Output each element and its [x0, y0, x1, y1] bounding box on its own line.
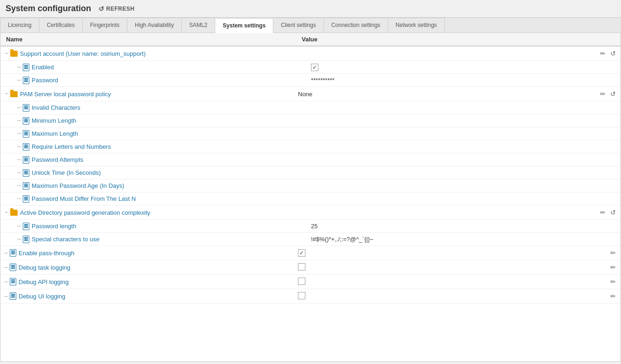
connector-debug-task — [4, 267, 8, 268]
tab-network-settings[interactable]: Network settings — [388, 18, 445, 33]
connector-require-letters — [17, 146, 21, 147]
tab-fingerprints[interactable]: Fingerprints — [83, 18, 127, 33]
folder-icon-pam — [10, 91, 18, 97]
item-require-letters-label[interactable]: Require Letters and Numbers — [32, 143, 111, 150]
doc-icon-password-differ — [23, 195, 29, 203]
row-enable-passthrough-value — [298, 249, 609, 257]
row-special-chars: Special characters to use !#$%()*+,./;:=… — [0, 233, 621, 246]
row-invalid-chars-name: Invalid Characters — [17, 104, 311, 112]
group-support-account-actions: ✏ ↺ — [599, 49, 617, 58]
tab-high-availability[interactable]: High Availability — [127, 18, 182, 33]
connector-debug-api — [4, 282, 8, 282]
row-debug-api-name: Debug API logging — [4, 278, 298, 285]
tabs-bar: Licencing Certificates Fingerprints High… — [0, 18, 621, 33]
row-debug-task-logging: Debug task logging ✏ — [0, 260, 621, 275]
row-debug-api-logging: Debug API logging ✏ — [0, 275, 621, 289]
tab-certificates[interactable]: Certificates — [40, 18, 83, 33]
item-debug-task-label[interactable]: Debug task logging — [19, 264, 70, 271]
edit-debug-api-icon[interactable]: ✏ — [609, 277, 617, 286]
refresh-button[interactable]: ↺ REFRESH — [99, 5, 134, 13]
row-password-attempts: Password Attempts — [0, 153, 621, 166]
edit-debug-ui-icon[interactable]: ✏ — [609, 291, 617, 301]
group-ad-label[interactable]: Active Directory password generation com… — [20, 209, 150, 216]
group-pam-name: − PAM Server local password policy — [4, 91, 298, 98]
doc-icon-special-chars — [23, 236, 29, 243]
row-debug-task-name: Debug task logging — [4, 264, 298, 271]
item-max-password-age-label[interactable]: Maximum Password Age (In Days) — [32, 182, 124, 189]
item-enabled-label[interactable]: Enabled — [32, 64, 54, 71]
doc-icon-unlock-time — [23, 169, 29, 177]
item-debug-api-label[interactable]: Debug API logging — [19, 278, 69, 285]
refresh-ad-icon[interactable]: ↺ — [609, 208, 617, 217]
item-password-length-label[interactable]: Password length — [32, 223, 76, 230]
row-max-length: Maximum Length — [0, 127, 621, 140]
doc-icon-require-letters — [23, 143, 29, 151]
edit-ad-icon[interactable]: ✏ — [599, 208, 607, 217]
item-unlock-time-label[interactable]: Unlock Time (In Seconds) — [32, 169, 101, 176]
connector-password-differ — [17, 199, 21, 199]
row-max-length-name: Maximum Length — [17, 130, 311, 138]
connector-invalid-chars — [17, 107, 21, 108]
row-debug-ui-logging: Debug UI logging ✏ — [0, 289, 621, 304]
connector-special-chars — [17, 239, 21, 239]
doc-icon-max-length — [23, 130, 29, 138]
doc-icon-enabled — [23, 64, 29, 71]
row-password-name: Password — [17, 77, 311, 84]
doc-icon-max-password-age — [23, 182, 29, 190]
group-ad-complexity: − Active Directory password generation c… — [0, 205, 621, 220]
row-special-chars-value: !#$%()*+,./;:=?@^_`{|}~ — [311, 236, 617, 243]
col-value-header: Value — [302, 36, 617, 43]
doc-icon-debug-task — [10, 264, 16, 271]
edit-support-account-icon[interactable]: ✏ — [599, 49, 607, 58]
edit-debug-task-icon[interactable]: ✏ — [609, 263, 617, 272]
item-debug-ui-label[interactable]: Debug UI logging — [19, 293, 65, 300]
item-password-differ-label[interactable]: Password Must Differ From The Last N — [32, 195, 136, 202]
row-min-length: Minimum Length — [0, 114, 621, 127]
row-password-value: ********** — [311, 77, 617, 84]
checkbox-debug-ui[interactable] — [298, 292, 305, 299]
item-password-label[interactable]: Password — [32, 77, 58, 84]
tab-client-settings[interactable]: Client settings — [273, 18, 324, 33]
doc-icon-debug-api — [10, 278, 16, 285]
doc-icon-invalid-chars — [23, 104, 29, 112]
edit-pam-icon[interactable]: ✏ — [599, 89, 607, 99]
row-special-chars-name: Special characters to use — [17, 236, 311, 243]
group-support-account-label[interactable]: Support account (User name: osirium_supp… — [20, 50, 145, 57]
row-enabled-name: Enabled — [17, 64, 311, 71]
item-max-length-label[interactable]: Maximum Length — [32, 130, 78, 137]
refresh-pam-icon[interactable]: ↺ — [609, 89, 617, 99]
connector-password-length — [17, 226, 21, 226]
expand-ad-icon[interactable]: − — [4, 210, 9, 215]
tab-connection-settings[interactable]: Connection settings — [324, 18, 388, 33]
item-special-chars-label[interactable]: Special characters to use — [32, 236, 99, 243]
group-support-account: − Support account (User name: osirium_su… — [0, 46, 621, 61]
row-password-length: Password length 25 — [0, 220, 621, 233]
doc-icon-password — [23, 77, 29, 84]
group-pam-label[interactable]: PAM Server local password policy — [20, 91, 111, 98]
tab-system-settings[interactable]: System settings — [215, 18, 273, 33]
edit-enable-passthrough-icon[interactable]: ✏ — [609, 248, 617, 258]
row-enable-passthrough-name: Enable pass-through — [4, 249, 298, 257]
tab-saml2[interactable]: SAML2 — [182, 18, 215, 33]
group-ad-actions: ✏ ↺ — [599, 208, 617, 217]
row-enabled: Enabled — [0, 61, 621, 74]
group-pam-password-policy: − PAM Server local password policy None … — [0, 87, 621, 101]
expand-pam-icon[interactable]: − — [4, 92, 9, 96]
row-password-differ: Password Must Differ From The Last N — [0, 192, 621, 205]
tab-licencing[interactable]: Licencing — [0, 18, 40, 33]
item-invalid-chars-label[interactable]: Invalid Characters — [32, 104, 80, 111]
group-pam-actions: ✏ ↺ — [599, 89, 617, 99]
item-password-attempts-label[interactable]: Password Attempts — [32, 156, 83, 163]
checkbox-enabled[interactable] — [311, 64, 318, 71]
expand-support-account-icon[interactable]: − — [4, 51, 9, 56]
checkbox-enable-passthrough[interactable] — [298, 249, 305, 257]
checkbox-debug-task[interactable] — [298, 263, 305, 271]
group-support-account-name: − Support account (User name: osirium_su… — [4, 50, 298, 57]
checkbox-debug-api[interactable] — [298, 278, 305, 285]
item-enable-passthrough-label[interactable]: Enable pass-through — [19, 250, 74, 257]
item-min-length-label[interactable]: Minimum Length — [32, 117, 76, 124]
row-enable-passthrough-actions: ✏ — [609, 248, 617, 258]
refresh-icon: ↺ — [99, 5, 105, 13]
row-debug-task-actions: ✏ — [609, 263, 617, 272]
refresh-support-account-icon[interactable]: ↺ — [609, 49, 617, 58]
